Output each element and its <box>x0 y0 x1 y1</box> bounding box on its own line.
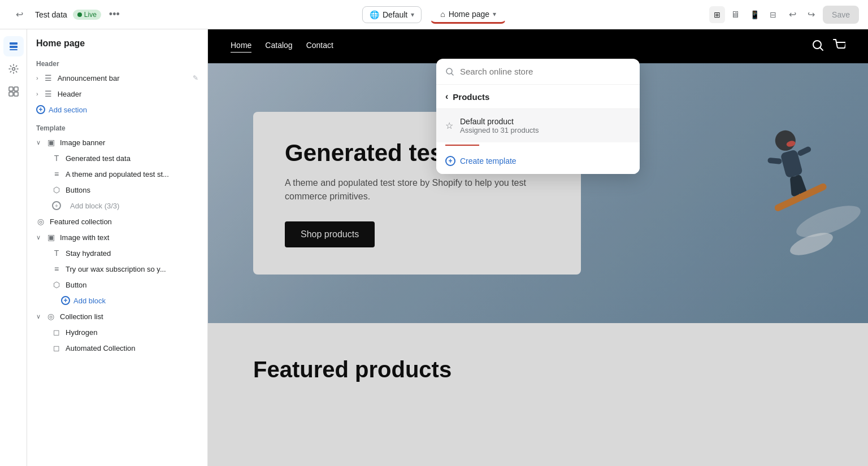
live-label: Live <box>84 11 97 19</box>
nav-link-home[interactable]: Home <box>231 41 251 53</box>
featured-collection-label: Featured collection <box>50 217 198 226</box>
cart-icon <box>833 39 845 51</box>
buttons-label: Buttons <box>66 186 198 194</box>
add-block-item: + Add block (3/3) <box>27 198 207 214</box>
dropdown-item-text: Default product Assigned to 31 products <box>460 117 539 134</box>
multi-device-button[interactable]: ⊞ <box>709 6 725 23</box>
template-section-label: Template <box>27 117 207 134</box>
dropdown-divider <box>445 145 479 146</box>
store-name: Test data <box>35 10 67 19</box>
store-nav-right <box>811 39 845 54</box>
live-badge: Live <box>73 10 101 20</box>
automated-collection-label: Automated Collection <box>66 344 198 352</box>
header-icon: ☰ <box>44 89 53 98</box>
edit-icon: ✎ <box>193 74 198 82</box>
text-icon: T <box>52 154 61 163</box>
create-template-label: Create template <box>460 156 517 166</box>
mobile-button[interactable]: 📱 <box>745 6 764 23</box>
generated-test-data-item[interactable]: T Generated test data <box>27 150 207 166</box>
left-panel: Home page Header › ☰ Announcement bar ✎ … <box>27 29 208 466</box>
star-icon: ☆ <box>445 120 453 131</box>
theme-text-item[interactable]: ≡ A theme and populated test st... <box>27 166 207 182</box>
search-input[interactable] <box>460 67 631 76</box>
image-banner-item[interactable]: ∨ ▣ Image banner <box>27 134 207 150</box>
featured-collection-icon: ◎ <box>36 217 45 226</box>
topbar-left: ↩ Test data Live ••• <box>9 5 702 25</box>
stay-hydrated-label: Stay hydrated <box>66 249 198 258</box>
dropdown-back[interactable]: ‹ Products <box>436 85 640 109</box>
template-label: Default <box>383 10 407 19</box>
announcement-bar-icon: ☰ <box>44 73 53 82</box>
automated-collection-item[interactable]: ◻ Automated Collection <box>27 340 207 356</box>
gear-icon <box>8 64 19 74</box>
image-with-text-item[interactable]: ∨ ▣ Image with text <box>27 229 207 245</box>
button-label: Button <box>66 281 198 289</box>
settings-icon-button[interactable] <box>3 59 24 79</box>
back-arrow-icon: ‹ <box>445 92 448 102</box>
extra-button[interactable]: ⊟ <box>765 6 781 23</box>
chevron-down-icon: ∨ <box>36 139 41 146</box>
wax-subscription-label: Try our wax subscription so y... <box>66 265 198 273</box>
globe-icon: 🌐 <box>370 10 379 19</box>
page-tab-label: Home page <box>449 10 489 19</box>
topbar: ↩ Test data Live ••• 🌐 Default ▾ ⌂ Home … <box>0 0 868 29</box>
chevron-down-icon-3: ∨ <box>36 313 41 320</box>
cart-button[interactable] <box>833 39 845 54</box>
header-item[interactable]: › ☰ Header <box>27 86 207 102</box>
back-button[interactable]: ↩ <box>9 5 29 25</box>
add-block-button[interactable]: + Add block <box>27 293 207 308</box>
page-tab[interactable]: ⌂ Home page ▾ <box>431 6 506 24</box>
sections-icon <box>8 41 19 51</box>
image-banner-label: Image banner <box>60 138 198 147</box>
theme-text-label: A theme and populated test st... <box>66 170 198 178</box>
store-search-button[interactable] <box>811 39 824 54</box>
stay-hydrated-item[interactable]: T Stay hydrated <box>27 245 207 261</box>
announcement-bar-item[interactable]: › ☰ Announcement bar ✎ <box>27 70 207 86</box>
save-button[interactable]: Save <box>823 6 859 24</box>
wax-icon: ≡ <box>52 264 61 273</box>
live-dot <box>77 12 82 17</box>
undo-button[interactable]: ↩ <box>785 6 800 23</box>
search-box <box>436 59 640 85</box>
collection-list-label: Collection list <box>60 312 198 321</box>
template-selector[interactable]: 🌐 Default ▾ <box>362 6 422 23</box>
stay-hydrated-icon: T <box>52 249 61 258</box>
sections-icon-button[interactable] <box>3 36 24 56</box>
svg-rect-0 <box>10 42 18 45</box>
device-buttons: ⊞ 🖥 📱 ⊟ <box>709 6 781 23</box>
topbar-right: ⊞ 🖥 📱 ⊟ ↩ ↪ Save <box>709 6 859 24</box>
paragraph-icon: ≡ <box>52 169 61 178</box>
search-icon <box>445 67 454 76</box>
dropdown-overlay[interactable]: ‹ Products ☆ Default product Assigned to… <box>208 59 868 466</box>
collection-list-item[interactable]: ∨ ◎ Collection list <box>27 308 207 324</box>
hydrogen-label: Hydrogen <box>66 328 198 337</box>
add-section-button[interactable]: + Add section <box>27 102 207 117</box>
hydrogen-item[interactable]: ◻ Hydrogen <box>27 324 207 340</box>
generated-test-data-label: Generated test data <box>66 154 198 163</box>
desktop-button[interactable]: 🖥 <box>726 6 744 23</box>
automated-icon: ◻ <box>52 343 61 352</box>
store-search-icon <box>811 39 824 51</box>
svg-rect-6 <box>9 92 13 96</box>
products-label: Products <box>453 92 489 102</box>
image-with-text-label: Image with text <box>60 233 198 242</box>
announcement-bar-label: Announcement bar <box>58 74 188 82</box>
buttons-item[interactable]: ⬡ Buttons <box>27 182 207 198</box>
nav-link-contact[interactable]: Contact <box>306 41 333 53</box>
create-template-button[interactable]: + Create template <box>436 148 640 174</box>
redo-button[interactable]: ↪ <box>804 6 818 23</box>
svg-rect-4 <box>9 87 13 91</box>
more-button[interactable]: ••• <box>107 6 122 23</box>
default-product-item[interactable]: ☆ Default product Assigned to 31 product… <box>436 109 640 142</box>
button-item[interactable]: ⬡ Button <box>27 277 207 293</box>
wax-subscription-item[interactable]: ≡ Try our wax subscription so y... <box>27 261 207 277</box>
store-nav: Home Catalog Contact <box>208 29 868 63</box>
svg-rect-2 <box>10 49 18 50</box>
default-product-title: Default product <box>460 117 539 126</box>
search-dropdown: ‹ Products ☆ Default product Assigned to… <box>436 59 640 174</box>
nav-link-catalog[interactable]: Catalog <box>265 41 292 53</box>
svg-rect-1 <box>10 46 18 48</box>
apps-icon-button[interactable] <box>3 81 24 102</box>
template-chevron-icon: ▾ <box>411 11 414 19</box>
featured-collection-item[interactable]: ◎ Featured collection <box>27 214 207 229</box>
